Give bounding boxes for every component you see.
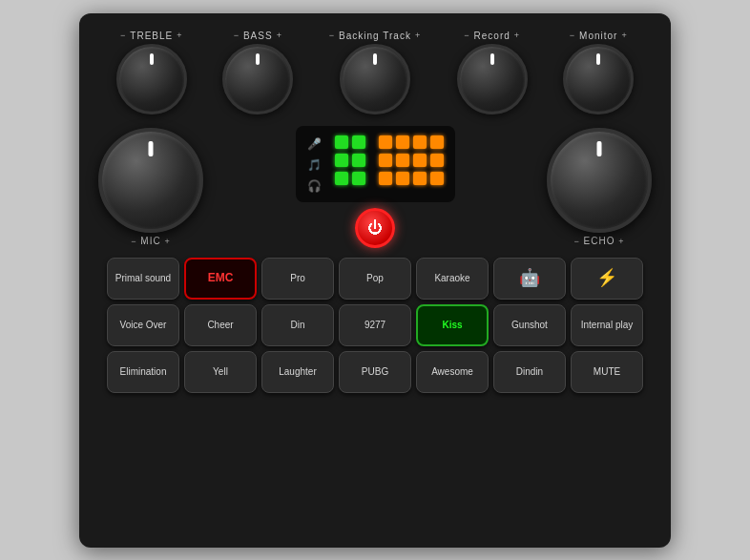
button-row-3: Elimination Yell Laughter PUBG Awesome D…: [98, 351, 652, 393]
gunshot-button[interactable]: Gunshot: [493, 304, 566, 346]
led-g1: [335, 135, 348, 149]
vu-orange-row-1: [379, 135, 444, 149]
mic-icon: 🎤: [307, 137, 322, 151]
monitor-label: − Monitor +: [570, 31, 628, 41]
yell-button[interactable]: Yell: [184, 351, 257, 393]
voice-over-button[interactable]: Voice Over: [107, 304, 179, 346]
led-o6: [396, 154, 409, 167]
headphone-icon: 🎧: [307, 179, 322, 193]
bass-knob[interactable]: [222, 44, 293, 114]
internal-play-button[interactable]: Internal play: [571, 304, 643, 346]
mic-knob[interactable]: [98, 128, 203, 233]
vu-icons: 🎤 🎵 🎧: [307, 135, 322, 193]
led-g2: [352, 135, 365, 149]
led-o4: [430, 135, 444, 149]
vu-green-bars: [335, 135, 365, 185]
primal-sound-button[interactable]: Primal sound: [107, 258, 179, 300]
vu-row-2: [335, 154, 365, 167]
led-o9: [379, 172, 392, 185]
bass-label: − BASS +: [234, 31, 282, 41]
vu-meter-area: 🎤 🎵 🎧: [296, 126, 455, 202]
led-o2: [396, 135, 409, 149]
treble-label: − TREBLE +: [120, 31, 182, 41]
treble-knob[interactable]: [116, 44, 187, 114]
button-row-1: Primal sound EMC Pro Pop Karaoke 🤖 ⚡: [98, 258, 652, 300]
monitor-knob[interactable]: [563, 44, 634, 114]
robot-button[interactable]: 🤖: [493, 258, 566, 300]
led-o1: [379, 135, 392, 149]
led-g4: [352, 154, 365, 167]
led-o5: [379, 154, 392, 167]
pop-button[interactable]: Pop: [339, 258, 411, 300]
button-row-2: Voice Over Cheer Din 9277 Kiss Gunshot I…: [98, 304, 652, 346]
buttons-section: Primal sound EMC Pro Pop Karaoke 🤖 ⚡ Voi…: [98, 258, 652, 393]
led-g5: [335, 172, 348, 185]
emc-button[interactable]: EMC: [184, 258, 257, 300]
backing-track-label: − Backing Track +: [329, 31, 421, 41]
cheer-button[interactable]: Cheer: [184, 304, 257, 346]
monitor-group: − Monitor +: [563, 31, 634, 114]
record-knob[interactable]: [457, 44, 528, 114]
top-knobs-row: − TREBLE + − BASS + − Backing Track + − …: [98, 31, 652, 116]
record-group: − Record +: [457, 31, 528, 114]
elimination-button[interactable]: Elimination: [107, 351, 179, 393]
mic-label: − MIC +: [131, 236, 170, 246]
vu-row-3: [335, 172, 365, 185]
music-icon: 🎵: [307, 158, 322, 172]
9277-button[interactable]: 9277: [339, 304, 411, 346]
led-g3: [335, 154, 348, 167]
mic-knob-wrapper: − MIC +: [98, 128, 203, 246]
backing-track-knob[interactable]: [340, 44, 410, 114]
led-o3: [413, 135, 427, 149]
pro-button[interactable]: Pro: [261, 258, 334, 300]
record-label: − Record +: [464, 31, 520, 41]
kiss-button[interactable]: Kiss: [416, 304, 489, 346]
dindin-button[interactable]: Dindin: [493, 351, 566, 393]
echo-label: − ECHO +: [574, 236, 625, 246]
led-g6: [352, 172, 365, 185]
vu-row-1: [335, 135, 365, 149]
vu-orange-bars: [379, 135, 444, 185]
treble-group: − TREBLE +: [116, 31, 187, 114]
led-o10: [396, 172, 409, 185]
vu-orange-row-3: [379, 172, 444, 185]
led-o8: [430, 154, 444, 167]
bass-group: − BASS +: [222, 31, 293, 114]
backing-track-group: − Backing Track +: [329, 31, 421, 114]
lightning-button[interactable]: ⚡: [571, 258, 643, 300]
echo-knob[interactable]: [547, 128, 652, 233]
laughter-button[interactable]: Laughter: [261, 351, 334, 393]
vu-orange-row-2: [379, 154, 444, 167]
pubg-button[interactable]: PUBG: [339, 351, 411, 393]
mute-button[interactable]: MUTE: [571, 351, 643, 393]
power-button[interactable]: ⏻: [355, 208, 395, 248]
middle-row: − MIC + 🎤 🎵 🎧: [98, 126, 652, 248]
karaoke-button[interactable]: Karaoke: [416, 258, 489, 300]
sound-card-device: − TREBLE + − BASS + − Backing Track + − …: [79, 13, 671, 548]
led-o11: [413, 172, 427, 185]
led-o12: [430, 172, 444, 185]
awesome-button[interactable]: Awesome: [416, 351, 489, 393]
echo-knob-wrapper: − ECHO +: [547, 128, 652, 246]
din-button[interactable]: Din: [261, 304, 334, 346]
center-section: 🎤 🎵 🎧: [213, 126, 537, 248]
led-o7: [413, 154, 427, 167]
